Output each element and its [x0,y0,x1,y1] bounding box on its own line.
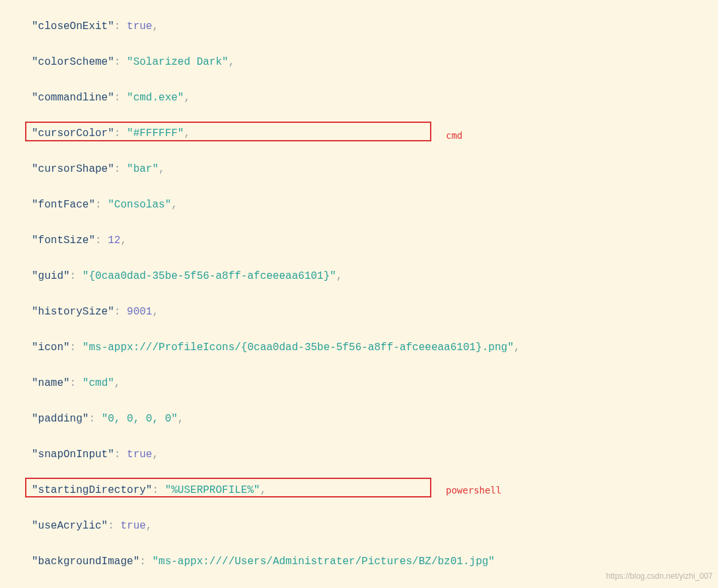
json-key: "useAcrylic" [32,520,108,532]
json-key: "commandline" [32,92,114,104]
json-key: "backgroundImage" [32,556,139,568]
json-key: "snapOnInput" [32,449,114,460]
annotation-powershell: powershell [446,482,501,499]
json-code-block: "closeOnExit": true, "colorScheme": "Sol… [0,0,718,588]
json-value: "%USERPROFILE%" [165,484,260,496]
json-value: true [120,520,145,532]
json-key: "guid" [32,270,70,282]
json-key: "historySize" [32,306,114,318]
json-key: "fontFace" [32,199,95,211]
json-key: "fontSize" [32,235,95,246]
json-value: "cmd.exe" [127,92,184,104]
json-key: "icon" [32,342,70,353]
json-key: "startingDirectory" [32,484,152,496]
json-key: "cursorColor" [32,128,114,139]
json-key: "colorScheme" [32,56,114,68]
json-value: 9001 [127,306,152,318]
json-key: "closeOnExit" [32,20,114,32]
json-value: "ms-appx:///ProfileIcons/{0caa0dad-35be-… [83,342,514,353]
json-value-guid-cmd: "{0caa0dad-35be-5f56-a8ff-afceeeaa6101}" [83,270,336,282]
json-key: "padding" [32,413,89,425]
json-value: "Consolas" [108,199,171,211]
json-key: "name" [32,377,70,389]
json-value: true [127,449,152,460]
json-key: "cursorShape" [32,163,114,175]
json-value: "Solarized Dark" [127,56,229,68]
annotation-cmd: cmd [446,127,462,145]
watermark-text: https://blog.csdn.net/yizhi_007 [606,568,713,585]
json-value: 12 [108,235,120,246]
json-value: true [127,20,152,32]
json-value: "cmd" [83,377,114,389]
json-value: "0, 0, 0, 0" [102,413,178,425]
json-value: "bar" [127,163,159,175]
json-value: "ms-appx:////Users/Administrater/Picture… [152,556,495,568]
json-value: "#FFFFFF" [127,128,184,139]
